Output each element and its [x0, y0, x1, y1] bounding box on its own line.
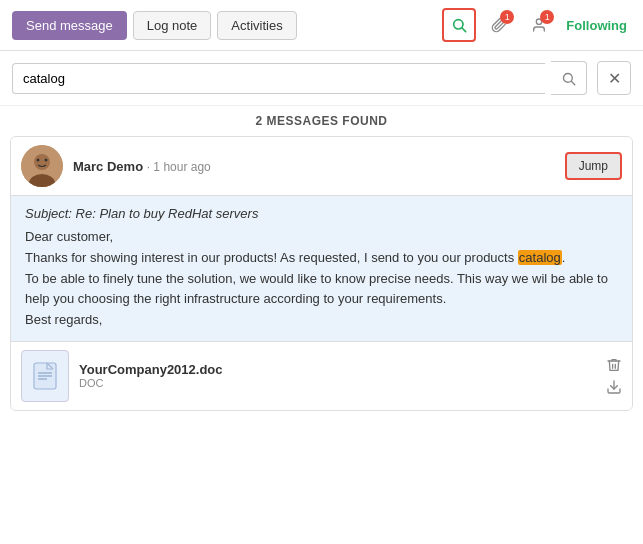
search-submit-button[interactable] [551, 61, 587, 95]
message-body: Subject: Re: Plan to buy RedHat servers … [11, 195, 632, 341]
toolbar: Send message Log note Activities 1 1 Fol… [0, 0, 643, 51]
message-header: Marc Demo · 1 hour ago Jump [11, 137, 632, 195]
svg-point-9 [45, 159, 48, 162]
attachment-name: YourCompany2012.doc [79, 362, 596, 377]
close-icon: ✕ [608, 69, 621, 88]
download-icon [606, 379, 622, 395]
user-button[interactable]: 1 [522, 8, 556, 42]
activities-button[interactable]: Activities [217, 11, 296, 40]
message-line3: To be able to finely tune the solution, … [25, 271, 608, 307]
results-header: 2 MESSAGES FOUND [0, 106, 643, 136]
trash-icon [606, 357, 622, 373]
search-icon [451, 17, 467, 33]
user-count-badge: 1 [540, 10, 554, 24]
attachment-button[interactable]: 1 [482, 8, 516, 42]
attachment-info: YourCompany2012.doc DOC [79, 362, 596, 389]
message-line2: Thanks for showing interest in our produ… [25, 250, 518, 265]
sender-name: Marc Demo [73, 159, 143, 174]
svg-line-1 [462, 28, 466, 32]
attachment-actions [606, 357, 622, 395]
svg-line-4 [571, 81, 574, 84]
jump-button[interactable]: Jump [565, 152, 622, 180]
log-note-button[interactable]: Log note [133, 11, 212, 40]
search-bar: ✕ [0, 51, 643, 106]
message-meta: Marc Demo · 1 hour ago [73, 159, 555, 174]
svg-point-6 [34, 154, 50, 170]
avatar [21, 145, 63, 187]
attachment-download-button[interactable] [606, 379, 622, 395]
message-after-highlight: . [562, 250, 566, 265]
search-clear-button[interactable]: ✕ [597, 61, 631, 95]
results-count-label: 2 MESSAGES FOUND [255, 114, 387, 128]
attachment-type: DOC [79, 377, 596, 389]
attachment-area: YourCompany2012.doc DOC [11, 341, 632, 410]
message-card: Marc Demo · 1 hour ago Jump Subject: Re:… [10, 136, 633, 411]
send-message-button[interactable]: Send message [12, 11, 127, 40]
following-button[interactable]: Following [562, 12, 631, 39]
highlighted-keyword: catalog [518, 250, 562, 265]
svg-point-8 [37, 159, 40, 162]
attachment-delete-button[interactable] [606, 357, 622, 373]
search-toggle-button[interactable] [442, 8, 476, 42]
time-ago: · 1 hour ago [147, 160, 211, 174]
message-line4: Best regards, [25, 312, 102, 327]
attachment-file-icon [21, 350, 69, 402]
attachment-count-badge: 1 [500, 10, 514, 24]
search-submit-icon [561, 71, 576, 86]
search-input[interactable] [12, 63, 545, 94]
message-line1: Dear customer, [25, 229, 113, 244]
message-subject: Subject: Re: Plan to buy RedHat servers [25, 206, 618, 221]
message-text: Dear customer, Thanks for showing intere… [25, 227, 618, 331]
